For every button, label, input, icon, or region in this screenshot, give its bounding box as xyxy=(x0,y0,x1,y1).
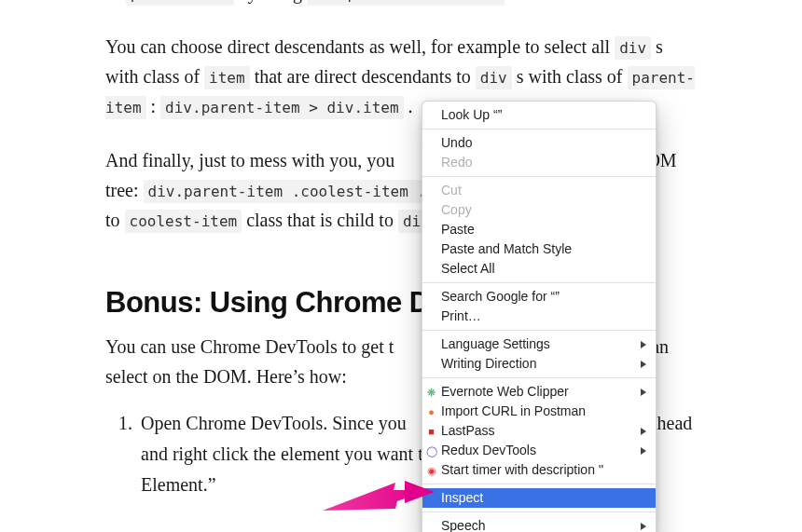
menu-label: Inspect xyxy=(441,489,483,507)
paragraph-partial-top: or parent-item by using div.parent-item … xyxy=(105,0,699,7)
text: And finally, just to mess with you, you xyxy=(105,150,394,171)
menu-item-start-timer[interactable]: ◉ Start timer with description '' xyxy=(422,460,656,480)
menu-item-redux-devtools[interactable]: ◯ Redux DevTools xyxy=(422,441,656,460)
menu-separator xyxy=(422,282,656,283)
menu-separator xyxy=(422,129,656,130)
menu-label: Speech xyxy=(441,517,485,532)
menu-separator xyxy=(422,330,656,331)
lastpass-icon: ■ xyxy=(424,424,438,438)
text: . xyxy=(408,96,413,116)
menu-label: Select All xyxy=(441,260,495,278)
code-item: item xyxy=(204,66,250,89)
menu-item-inspect[interactable]: Inspect xyxy=(422,488,656,508)
text: You can use Chrome DevTools to get t xyxy=(105,336,394,357)
menu-item-paste[interactable]: Paste xyxy=(422,220,656,239)
text: class that is child to xyxy=(246,210,398,230)
text: s with class of xyxy=(517,66,628,87)
menu-label: Paste and Match Style xyxy=(441,240,572,258)
menu-item-paste-match[interactable]: Paste and Match Style xyxy=(422,239,656,259)
text: by using xyxy=(239,0,307,3)
text: You can choose direct descendants as wel… xyxy=(105,36,615,57)
menu-label: Writing Direction xyxy=(441,355,536,373)
menu-item-language-settings[interactable]: Language Settings xyxy=(422,334,656,354)
menu-item-undo[interactable]: Undo xyxy=(422,133,656,153)
text: Open Chrome DevTools. Since you xyxy=(141,413,407,433)
text: Element.” xyxy=(141,474,216,495)
menu-separator xyxy=(422,377,656,378)
text: . Whoa! xyxy=(509,0,569,3)
text: that are direct descendants to xyxy=(255,66,476,87)
code-selector: div.parent-item > div.item xyxy=(160,96,403,119)
menu-label: Import CURL in Postman xyxy=(441,402,586,420)
menu-item-print[interactable]: Print… xyxy=(422,307,656,326)
text: to xyxy=(105,210,125,230)
menu-item-look-up[interactable]: Look Up “” xyxy=(422,105,656,125)
timer-icon: ◉ xyxy=(424,463,438,477)
text: or xyxy=(105,0,126,3)
postman-icon: ● xyxy=(424,404,438,418)
menu-label: Paste xyxy=(441,221,475,239)
menu-item-select-all[interactable]: Select All xyxy=(422,259,656,279)
code-selector: div.parent-item .coolest-item .item xyxy=(144,180,467,203)
menu-item-search-google[interactable]: Search Google for “” xyxy=(422,287,656,307)
menu-label: Look Up “” xyxy=(441,106,502,124)
text: : xyxy=(151,96,161,116)
menu-label: Print… xyxy=(441,307,481,325)
menu-item-cut: Cut xyxy=(422,181,656,200)
menu-label: Cut xyxy=(441,182,462,199)
menu-label: Evernote Web Clipper xyxy=(441,383,569,401)
menu-item-redo: Redo xyxy=(422,153,656,172)
menu-label: Search Google for “” xyxy=(441,288,560,306)
code-parent-item: parent-item xyxy=(126,0,234,6)
menu-label: Copy xyxy=(441,201,472,219)
code-div: div xyxy=(476,66,512,89)
menu-item-speech[interactable]: Speech xyxy=(422,516,656,532)
menu-label: Language Settings xyxy=(441,335,550,353)
menu-label: Start timer with description '' xyxy=(441,461,603,479)
elephant-icon: ❋ xyxy=(424,385,438,399)
context-menu: Look Up “” Undo Redo Cut Copy Paste Past… xyxy=(422,101,657,532)
menu-label: Redux DevTools xyxy=(441,442,536,459)
code-selector: div.parent-item .item xyxy=(307,0,505,6)
code-coolest-item: coolest-item xyxy=(125,210,242,233)
menu-label: LastPass xyxy=(441,422,495,440)
menu-item-copy: Copy xyxy=(422,200,656,220)
menu-separator xyxy=(422,484,656,484)
article-body: or parent-item by using div.parent-item … xyxy=(0,0,802,500)
menu-separator xyxy=(422,512,656,512)
redux-icon: ◯ xyxy=(424,443,438,457)
code-div: div xyxy=(615,36,651,60)
menu-item-writing-direction[interactable]: Writing Direction xyxy=(422,354,656,374)
menu-item-postman[interactable]: ● Import CURL in Postman xyxy=(422,402,656,421)
menu-item-lastpass[interactable]: ■ LastPass xyxy=(422,421,656,441)
menu-separator xyxy=(422,176,656,177)
menu-label: Undo xyxy=(441,134,472,152)
menu-item-evernote[interactable]: ❋ Evernote Web Clipper xyxy=(422,382,656,402)
menu-label: Redo xyxy=(441,154,472,171)
